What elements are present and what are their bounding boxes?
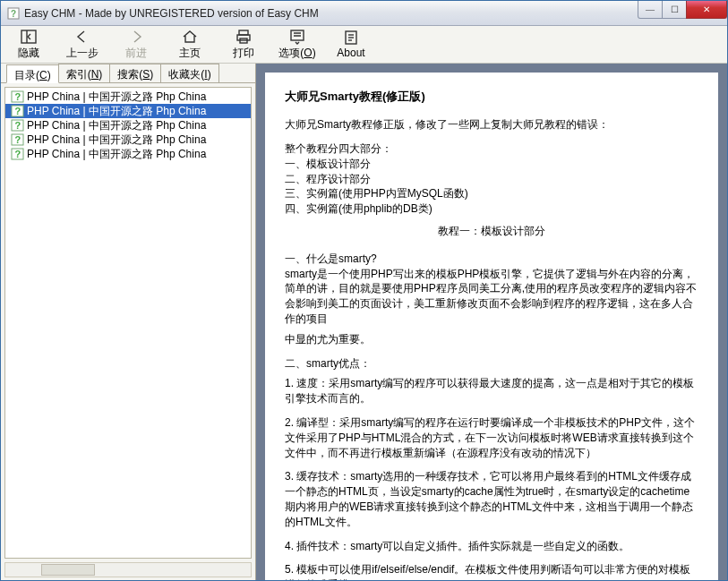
s2-item: 1. 速度：采用smarty编写的程序可以获得最大速度的提高，这一点是相对于其它… xyxy=(285,376,698,406)
app-icon: ? xyxy=(6,6,21,21)
doc-title: 大师兄Smarty教程(修正版) xyxy=(285,89,698,105)
contents-tree[interactable]: ?PHP China | 中国开源之路 Php China?PHP China … xyxy=(4,87,252,559)
doc-intro: 大师兄Smarty教程修正版，修改了一些网上复制大师兄教程的错误： xyxy=(285,117,698,132)
tree-item-label: PHP China | 中国开源之路 Php China xyxy=(27,147,206,161)
tab-index[interactable]: 索引(N) xyxy=(58,64,111,82)
tree-item[interactable]: ?PHP China | 中国开源之路 Php China xyxy=(5,147,251,161)
minimize-button[interactable]: — xyxy=(638,1,663,19)
tab-search[interactable]: 搜索(S) xyxy=(109,64,161,82)
s1-body: smarty是一个使用PHP写出来的模板PHP模板引擎，它提供了逻辑与外在内容的… xyxy=(285,267,698,327)
part-item: 三、实例篇(使用PHP内置MySQL函数) xyxy=(285,186,698,201)
s2-item: 4. 插件技术：smarty可以自定义插件。插件实际就是一些自定义的函数。 xyxy=(285,539,698,554)
main-area: 目录(C)索引(N)搜索(S)收藏夹(I) ?PHP China | 中国开源之… xyxy=(1,64,727,581)
toolbar-back-button[interactable]: 上一步 xyxy=(60,27,105,63)
toolbar-label: 打印 xyxy=(233,46,254,61)
tab-contents[interactable]: 目录(C) xyxy=(6,64,59,83)
toolbar-home-button[interactable]: 主页 xyxy=(167,27,212,63)
tree-item-label: PHP China | 中国开源之路 Php China xyxy=(27,118,206,132)
window-controls: — ☐ ✕ xyxy=(638,1,727,19)
svg-text:?: ? xyxy=(15,134,21,145)
back-icon xyxy=(73,29,91,45)
toolbar-label: 前进 xyxy=(125,46,147,61)
about-icon xyxy=(342,30,360,46)
hide-icon xyxy=(20,29,38,45)
svg-rect-4 xyxy=(239,30,248,35)
tree-item-label: PHP China | 中国开源之路 Php China xyxy=(27,104,206,118)
section-2: 二、smarty优点： xyxy=(285,356,698,372)
toolbar-about-button[interactable]: About xyxy=(329,27,373,63)
maximize-button[interactable]: ☐ xyxy=(662,1,687,19)
tree-item[interactable]: ?PHP China | 中国开源之路 Php China xyxy=(5,118,251,132)
s2-item: 2. 编译型：采用smarty编写的程序在运行时要编译成一个非模板技术的PHP文… xyxy=(285,415,698,460)
titlebar: ? Easy CHM - Made by UNREGISTERED versio… xyxy=(1,1,727,26)
content-viewport: 大师兄Smarty教程(修正版) 大师兄Smarty教程修正版，修改了一些网上复… xyxy=(256,64,727,581)
tree-item[interactable]: ?PHP China | 中国开源之路 Php China xyxy=(5,90,251,104)
toolbar: 隐藏上一步前进主页打印选项(O)About xyxy=(1,26,727,64)
part-item: 四、实例篇(使用phplib的DB类) xyxy=(285,201,698,217)
toolbar-hide-button[interactable]: 隐藏 xyxy=(6,27,51,63)
toolbar-label: 上一步 xyxy=(66,46,98,61)
tab-favorites[interactable]: 收藏夹(I) xyxy=(160,64,218,82)
home-icon xyxy=(181,29,199,45)
svg-text:?: ? xyxy=(15,91,21,102)
toolbar-forward-button: 前进 xyxy=(114,27,158,63)
toolbar-label: 选项(O) xyxy=(278,46,315,61)
part-item: 一、模板设计部分 xyxy=(285,157,698,172)
tree-item[interactable]: ?PHP China | 中国开源之路 Php China xyxy=(5,104,251,118)
svg-text:?: ? xyxy=(11,9,16,19)
scrollbar-thumb[interactable] xyxy=(41,564,95,576)
sidebar-tabs: 目录(C)索引(N)搜索(S)收藏夹(I) xyxy=(1,64,255,83)
toolbar-print-button[interactable]: 打印 xyxy=(221,27,266,63)
tree-item-label: PHP China | 中国开源之路 Php China xyxy=(27,90,206,104)
sidebar: 目录(C)索引(N)搜索(S)收藏夹(I) ?PHP China | 中国开源之… xyxy=(1,64,256,581)
svg-text:?: ? xyxy=(15,106,21,116)
toolbar-options-button[interactable]: 选项(O) xyxy=(275,27,320,63)
part-item: 二、程序设计部分 xyxy=(285,172,698,187)
help-page-icon: ? xyxy=(11,90,25,103)
section-1: 一、什么是smarty? smarty是一个使用PHP写出来的模板PHP模板引擎… xyxy=(285,252,698,327)
toolbar-label: 主页 xyxy=(179,46,201,61)
s2-item: 3. 缓存技术：smarty选用的一种缓存技术，它可以将用户最终看到的HTML文… xyxy=(285,469,698,529)
s2-item: 5. 模板中可以使用if/elseif/else/endif。在模板文件使用判断… xyxy=(285,562,698,581)
close-button[interactable]: ✕ xyxy=(686,1,727,19)
window-title: Easy CHM - Made by UNREGISTERED version … xyxy=(24,7,638,20)
toolbar-label: 隐藏 xyxy=(18,46,39,61)
toolbar-label: About xyxy=(337,47,364,59)
parts-heading: 整个教程分四大部分： xyxy=(285,141,698,157)
help-page-icon: ? xyxy=(11,105,25,117)
help-page-icon: ? xyxy=(11,119,25,132)
tree-item[interactable]: ?PHP China | 中国开源之路 Php China xyxy=(5,132,251,147)
help-page-icon: ? xyxy=(11,148,25,160)
s1-cont: 中显的尤为重要。 xyxy=(285,332,698,347)
s2-heading: 二、smarty优点： xyxy=(285,356,698,372)
horizontal-scrollbar[interactable] xyxy=(4,562,252,577)
chapter-title: 教程一：模板设计部分 xyxy=(285,224,698,239)
document-page: 大师兄Smarty教程(修正版) 大师兄Smarty教程修正版，修改了一些网上复… xyxy=(265,73,718,581)
parts-block: 整个教程分四大部分： 一、模板设计部分 二、程序设计部分 三、实例篇(使用PHP… xyxy=(285,141,698,217)
svg-rect-5 xyxy=(237,35,250,40)
forward-icon xyxy=(127,29,145,45)
print-icon xyxy=(235,29,253,45)
svg-text:?: ? xyxy=(15,149,21,159)
svg-text:?: ? xyxy=(15,120,21,131)
help-page-icon: ? xyxy=(11,133,25,146)
tree-item-label: PHP China | 中国开源之路 Php China xyxy=(27,132,206,147)
s1-heading: 一、什么是smarty? xyxy=(285,252,698,267)
options-icon xyxy=(288,29,306,45)
svg-rect-2 xyxy=(21,30,36,43)
